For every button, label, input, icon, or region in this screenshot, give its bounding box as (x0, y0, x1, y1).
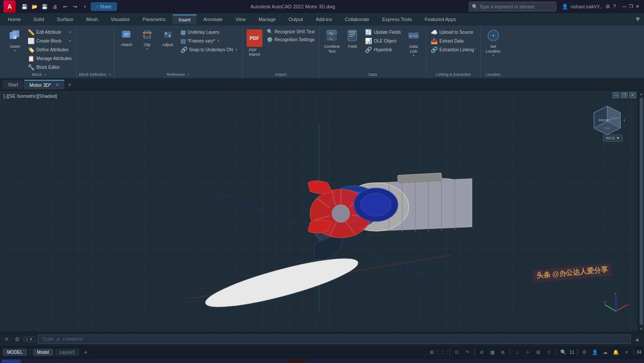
viewcube[interactable]: FRONT RIGHT TOP S E (585, 100, 620, 135)
grid-toggle-2[interactable]: ⋮⋮⋮ (438, 348, 447, 356)
search-taskbar-button[interactable]: 🔍 (22, 359, 41, 363)
scroll-thumb[interactable] (640, 98, 643, 325)
data-link-arrow[interactable]: ▼ (412, 54, 415, 57)
minimize-button[interactable]: — (621, 4, 627, 10)
frames-vary-arrow[interactable]: ▼ (217, 39, 220, 43)
notif-icon-status[interactable]: 🔔 (612, 348, 620, 356)
undo-button[interactable]: ↩ (60, 2, 69, 11)
model-tab[interactable]: MODEL (3, 349, 27, 356)
powerpoint-button[interactable]: P (368, 359, 387, 363)
tab-home[interactable]: Home (2, 15, 27, 24)
adjust-button[interactable]: Adjust (158, 28, 177, 49)
ole-object-button[interactable]: 📊 OLE Object (363, 37, 403, 45)
scroll-up-arrow[interactable]: ▲ (639, 91, 644, 97)
tab-output[interactable]: Output (283, 15, 309, 24)
tab-motor3d[interactable]: Motor 3D* ✕ (24, 80, 64, 89)
tab-annotate[interactable]: Annotate (197, 15, 229, 24)
save-button[interactable]: 💾 (40, 2, 49, 11)
user-icon-status[interactable]: 👤 (591, 348, 599, 356)
edit-attribute-button[interactable]: ✏️ Edit Attribute ▼ (26, 28, 74, 36)
extraction-linking-button[interactable]: 🔗 Extraction Linking ' (429, 46, 478, 54)
cloud-icon-status[interactable]: ☁ (601, 348, 610, 356)
cmd-options-button[interactable]: ⚙ (13, 335, 21, 343)
help-icon[interactable]: ? (613, 4, 616, 10)
chrome-button[interactable]: ⬤ (106, 359, 125, 363)
status-btn-6[interactable]: ⊞ (534, 348, 543, 356)
wcs-label[interactable]: WCS ▼ (603, 135, 623, 142)
clip-dropdown[interactable]: ▼ (145, 47, 149, 50)
search-input[interactable] (479, 4, 549, 9)
status-btn-1[interactable]: ⊘ (478, 348, 486, 356)
attach-button[interactable]: Attach (117, 28, 136, 49)
frames-vary-button[interactable]: ▤ *Frames vary* ▼ (179, 37, 240, 45)
tab-addins[interactable]: Add-ins (310, 15, 338, 24)
tab-visualize[interactable]: Visualize (105, 15, 136, 24)
word-button[interactable]: W (166, 359, 185, 363)
telegram-button[interactable]: ✈ (267, 359, 286, 363)
tab-solid[interactable]: Solid (27, 15, 50, 24)
outlook-button[interactable]: 📧 (85, 359, 105, 363)
task-view-button[interactable]: ⊞ (42, 359, 61, 363)
ref-arrow[interactable]: ↗ (187, 73, 190, 77)
ie-button[interactable]: e (327, 359, 347, 363)
clip-button[interactable]: Clip ▼ (138, 28, 157, 52)
restore-button[interactable]: ❐ (628, 4, 634, 10)
blockdef-arrow[interactable]: ↗ (108, 73, 111, 77)
start-button[interactable] (2, 359, 21, 363)
define-attributes-button[interactable]: 🏷️ Define Attributes (26, 46, 74, 54)
status-btn-2[interactable]: ▦ (488, 348, 497, 356)
create-block-arrow[interactable]: ▼ (69, 39, 72, 43)
create-block-button[interactable]: ⬜ Create Block ▼ (26, 37, 74, 45)
model-space-tab[interactable]: Model (33, 349, 53, 356)
set-location-button[interactable]: SetLocation ▼ (484, 28, 503, 58)
underlay-layers-button[interactable]: ▦ Underlay Layers (179, 28, 240, 36)
combine-text-button[interactable]: Aa Aa CombineText (322, 28, 341, 55)
ribbon-toggle[interactable]: ▼ (633, 15, 642, 24)
tab-collaborate[interactable]: Collaborate (339, 15, 375, 24)
tab-express[interactable]: Express Tools (376, 15, 418, 24)
app-menu-button[interactable]: A (4, 0, 16, 13)
snap-arrow[interactable]: ▼ (235, 48, 238, 51)
zoom-taskbar-button[interactable]: 📹 (146, 359, 165, 363)
block-group-arrow[interactable]: ↗ (43, 73, 46, 77)
tab-start[interactable]: Start (3, 80, 23, 89)
search-bar[interactable]: 🔍 (469, 2, 556, 11)
extract-data-button[interactable]: 📤 Extract Data (429, 37, 478, 45)
tab-mesh[interactable]: Mesh (80, 15, 104, 24)
scroll-down-arrow[interactable]: ▼ (639, 326, 644, 332)
insert-dropdown[interactable]: ▼ (14, 49, 17, 52)
cmd-cancel-button[interactable]: ✕ (3, 335, 11, 343)
vp-close[interactable]: ✕ (629, 92, 636, 98)
qa-arrow[interactable]: ▼ (81, 2, 89, 11)
tab-view[interactable]: View (229, 15, 252, 24)
status-btn-3[interactable]: ⊕ (499, 348, 507, 356)
skype-button[interactable]: S (307, 359, 326, 363)
recognize-shx-button[interactable]: 🔍 Recognize SHX Text (265, 28, 317, 36)
vp-restore[interactable]: ❐ (621, 92, 628, 98)
update-fields-button[interactable]: 🔄 Update Fields (363, 28, 403, 36)
upload-source-button[interactable]: ☁️ Upload to Source (429, 28, 478, 36)
tab-manage[interactable]: Manage (252, 15, 282, 24)
vpn-button[interactable]: 🔒 (247, 359, 266, 363)
open-button[interactable]: 📂 (30, 2, 39, 11)
command-input[interactable] (38, 335, 631, 344)
autocad-taskbar-button[interactable]: A (287, 359, 306, 363)
data-link-button[interactable]: ⊞ ⊞ DataLink ▼ (404, 28, 423, 58)
snap-underlays-button[interactable]: 🔗 Snap to Underlays ON ▼ (179, 46, 240, 54)
recognition-settings-button[interactable]: ⚙️ Recognition Settings (265, 36, 317, 43)
snap-toggle[interactable]: ⊙ (453, 348, 461, 356)
motor3d-tab-close[interactable]: ✕ (56, 82, 59, 87)
set-location-arrow[interactable]: ▼ (492, 54, 495, 57)
layout1-tab[interactable]: Layout1 (55, 349, 80, 356)
winrar-button[interactable]: 📦 (347, 359, 367, 363)
status-btn-7[interactable]: ✩ (545, 348, 553, 356)
tab-surface[interactable]: Surface (51, 15, 80, 24)
block-editor-button[interactable]: 🔧 Block Editor (26, 63, 74, 71)
pdf-import-button[interactable]: PDF PDFImport (245, 28, 264, 58)
hyperlink-button[interactable]: 🔗 Hyperlink (363, 46, 403, 54)
redo-button[interactable]: ↪ (71, 2, 79, 11)
cmd-end-button[interactable]: ▲ (633, 335, 641, 343)
edge-browser-button[interactable]: 🌐 (65, 359, 85, 363)
field-button[interactable]: Field (343, 28, 362, 50)
share-button[interactable]: ↑ Share (91, 2, 117, 11)
